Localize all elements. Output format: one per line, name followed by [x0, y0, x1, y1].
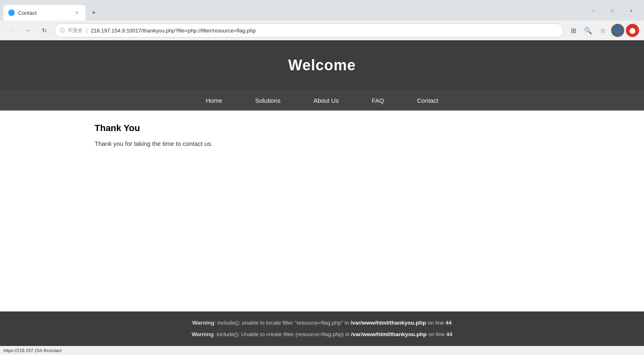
warning-path-2: /var/www/html/thankyou.php	[351, 331, 427, 337]
forward-button[interactable]: →	[21, 24, 35, 37]
url-separator: |	[86, 27, 88, 34]
page-body-text: Thank you for taking the time to contact…	[95, 140, 549, 147]
warning-message-2: : include(): Unable to create filter (re…	[214, 331, 351, 337]
maximize-button[interactable]: □	[603, 4, 622, 17]
site-main: Thank You Thank you for taking the time …	[0, 111, 644, 311]
bookmark-button[interactable]: ☆	[596, 24, 609, 37]
site-nav: Home Solutions About Us FAQ Contact	[0, 90, 644, 111]
tab-close-button[interactable]: ×	[73, 9, 81, 16]
nav-item-contact[interactable]: Contact	[417, 97, 438, 104]
page-content: Welcome Home Solutions About Us FAQ Cont…	[0, 40, 644, 346]
nav-item-solutions[interactable]: Solutions	[255, 97, 280, 104]
security-text: 不安全	[68, 27, 83, 34]
warning-linenum-1: 44	[445, 320, 452, 326]
browser-window: 🌐 Contact × + − □ × ← → ↻ ⓘ 不安全 | 218.19…	[0, 0, 644, 355]
browser-toolbar: ← → ↻ ⓘ 不安全 | 218.197.154.9:10017/thanky…	[0, 21, 644, 40]
warning-line-2: Warning: include(): Unable to create fil…	[8, 330, 636, 339]
warning-suffix-1: on line	[426, 320, 445, 326]
browser-tab[interactable]: 🌐 Contact ×	[3, 5, 86, 21]
window-controls: − □ ×	[584, 4, 641, 17]
warning-path-1: /var/www/html/thankyou.php	[350, 320, 426, 326]
browser-statusbar: https://218.197.154.9/contact	[0, 346, 644, 355]
nav-item-home[interactable]: Home	[206, 97, 222, 104]
extension-button[interactable]: ⬤	[626, 24, 639, 37]
url-text: 218.197.154.9:10017/thankyou.php?file=ph…	[91, 28, 558, 34]
warning-line-1: Warning: include(): unable to locate fil…	[8, 319, 636, 327]
minimize-button[interactable]: −	[584, 4, 603, 17]
warning-linenum-2: 44	[446, 331, 452, 337]
reload-button[interactable]: ↻	[38, 24, 51, 37]
warning-message-1: : include(): unable to locate filter "re…	[214, 320, 350, 326]
tab-favicon: 🌐	[8, 9, 15, 16]
warning-suffix-2: on line	[427, 331, 446, 337]
security-icon: ⓘ	[60, 27, 65, 34]
translate-button[interactable]: ⊞	[567, 24, 580, 37]
warning-keyword-1: Warning	[192, 320, 215, 326]
tab-title: Contact	[18, 10, 70, 16]
status-url: https://218.197.154.9/contact	[3, 348, 62, 353]
nav-item-faq[interactable]: FAQ	[372, 97, 384, 104]
nav-item-about[interactable]: About Us	[313, 97, 339, 104]
address-bar[interactable]: ⓘ 不安全 | 218.197.154.9:10017/thankyou.php…	[54, 23, 563, 37]
close-button[interactable]: ×	[622, 4, 641, 17]
warning-section: Warning: include(): unable to locate fil…	[0, 311, 644, 346]
new-tab-button[interactable]: +	[87, 6, 100, 19]
search-button[interactable]: 🔍	[581, 24, 595, 37]
browser-titlebar: 🌐 Contact × + − □ ×	[0, 0, 644, 21]
site-header: Welcome	[0, 40, 644, 90]
warning-keyword-2: Warning	[192, 331, 214, 337]
back-button[interactable]: ←	[5, 24, 18, 37]
toolbar-icons: ⊞ 🔍 ☆ 👤 ⬤	[567, 24, 639, 37]
site-title: Welcome	[8, 57, 636, 74]
page-heading: Thank You	[95, 123, 549, 134]
profile-button[interactable]: 👤	[611, 24, 624, 37]
